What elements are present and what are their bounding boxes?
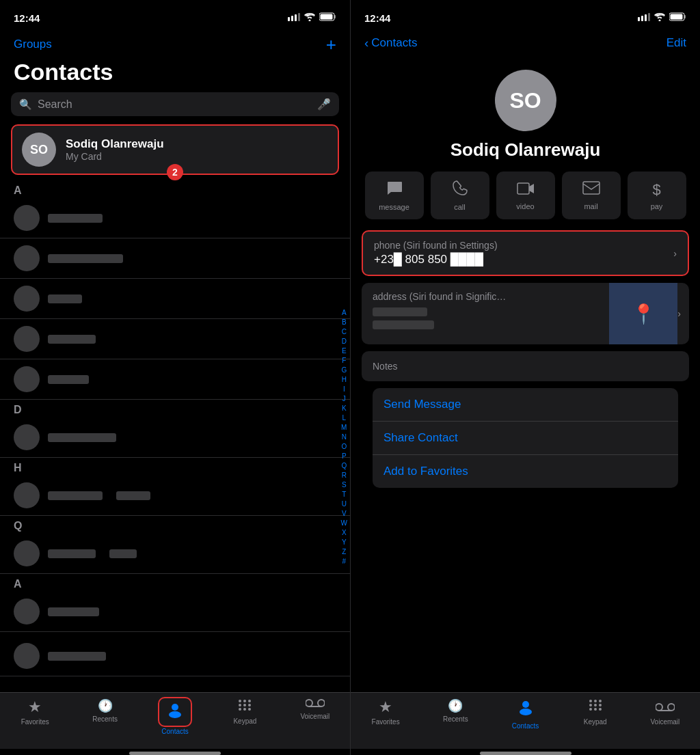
- svg-point-33: [594, 700, 597, 702]
- list-item[interactable]: [0, 534, 350, 574]
- section-letter-a2: A: [0, 574, 350, 592]
- add-to-favorites-link[interactable]: Add to Favorites: [373, 455, 678, 488]
- contacts-icon: [166, 705, 184, 722]
- message-action-button[interactable]: message: [365, 171, 424, 219]
- alpha-u: U: [341, 499, 347, 508]
- tab-label: Favorites: [372, 718, 400, 726]
- chevron-right-icon: ›: [673, 248, 677, 259]
- svg-point-11: [248, 700, 251, 702]
- list-item[interactable]: [0, 636, 350, 676]
- tab-keypad-left[interactable]: Keypad: [210, 698, 280, 725]
- mail-label: mail: [584, 202, 597, 210]
- list-item[interactable]: [0, 592, 350, 632]
- alpha-i: I: [341, 384, 347, 393]
- battery-icon: [319, 12, 336, 23]
- send-message-link[interactable]: Send Message: [373, 388, 678, 422]
- svg-point-35: [589, 704, 592, 706]
- contact-name-blur: [116, 491, 150, 500]
- pay-label: pay: [651, 202, 663, 210]
- tab-favorites-left[interactable]: ★ Favorites: [0, 698, 70, 726]
- search-icon: 🔍: [19, 98, 32, 111]
- mail-action-button[interactable]: mail: [562, 171, 621, 219]
- list-item[interactable]: [0, 238, 350, 279]
- mic-icon[interactable]: 🎤: [317, 98, 331, 111]
- send-message-text: Send Message: [383, 398, 461, 411]
- share-contact-text: Share Contact: [383, 431, 458, 444]
- tab-voicemail-right[interactable]: Voicemail: [630, 698, 700, 726]
- phone-row[interactable]: phone (Siri found in Settings) +23█ 805 …: [363, 232, 688, 275]
- alpha-s: S: [341, 480, 347, 489]
- alpha-t: T: [341, 489, 347, 498]
- alpha-j: J: [341, 394, 347, 402]
- svg-rect-3: [298, 13, 300, 21]
- alpha-o: O: [341, 441, 347, 450]
- list-item[interactable]: [0, 279, 350, 319]
- contacts-tab-highlight: [159, 698, 191, 726]
- contact-name: Sodiq Olanrewaju: [66, 137, 164, 151]
- search-input[interactable]: Search: [38, 98, 312, 111]
- edit-button[interactable]: Edit: [667, 36, 686, 50]
- search-bar[interactable]: 🔍 Search 🎤: [11, 92, 339, 116]
- svg-rect-22: [641, 16, 643, 21]
- detail-section: phone (Siri found in Settings) +23█ 805 …: [362, 230, 689, 488]
- section-letter-h: H: [0, 458, 350, 476]
- svg-rect-5: [334, 15, 336, 18]
- video-action-button[interactable]: video: [496, 171, 555, 219]
- svg-point-39: [594, 708, 597, 711]
- address-card[interactable]: address (Siri found in Signific… 📍 ›: [362, 283, 689, 344]
- tab-recents-right[interactable]: 🕐 Recents: [420, 698, 490, 723]
- avatar: [14, 599, 40, 624]
- tab-recents-left[interactable]: 🕐 Recents: [70, 698, 139, 723]
- svg-point-30: [522, 701, 529, 708]
- tab-contacts-left[interactable]: Contacts: [140, 698, 210, 735]
- contact-name-blur: [48, 491, 103, 500]
- time-left: 12:44: [14, 12, 40, 24]
- svg-point-9: [239, 700, 241, 702]
- contact-name-blur: [48, 335, 96, 344]
- mail-icon: [582, 181, 600, 199]
- time-right: 12:44: [364, 12, 390, 24]
- message-icon: [386, 180, 403, 200]
- contact-name-blur: [48, 375, 89, 384]
- tab-bar-left: ★ Favorites 🕐 Recents Contacts Keypad: [0, 692, 350, 749]
- list-item[interactable]: [0, 359, 350, 400]
- list-item[interactable]: [0, 476, 350, 516]
- tab-contacts-right[interactable]: Contacts: [490, 698, 560, 730]
- avatar: [14, 424, 40, 450]
- avatar: [14, 540, 40, 566]
- svg-rect-29: [583, 182, 600, 194]
- chevron-right-icon: ›: [677, 308, 689, 319]
- my-card-item[interactable]: SO Sodiq Olanrewaju My Card 2: [11, 124, 339, 175]
- tab-favorites-right[interactable]: ★ Favorites: [351, 698, 420, 726]
- call-icon: [453, 180, 468, 200]
- section-letter-d: D: [0, 400, 350, 417]
- list-item[interactable]: [0, 417, 350, 458]
- left-panel: 12:44 Groups + Contacts 🔍 Search 🎤 SO So…: [0, 0, 350, 755]
- tab-keypad-right[interactable]: Keypad: [561, 698, 630, 726]
- add-contact-button[interactable]: +: [326, 36, 336, 53]
- tab-voicemail-left[interactable]: Voicemail: [280, 698, 350, 720]
- alpha-d: D: [341, 336, 347, 345]
- contact-name-blur: [109, 549, 137, 558]
- alpha-v: V: [341, 508, 347, 517]
- svg-point-10: [243, 700, 246, 702]
- svg-point-31: [520, 709, 532, 715]
- share-contact-link[interactable]: Share Contact: [373, 422, 678, 455]
- action-links: Send Message Share Contact Add to Favori…: [373, 388, 678, 488]
- back-button[interactable]: ‹ Contacts: [364, 36, 417, 51]
- svg-point-13: [243, 704, 246, 706]
- alpha-w: W: [341, 518, 347, 527]
- svg-rect-28: [517, 183, 529, 194]
- call-action-button[interactable]: call: [431, 171, 489, 219]
- list-item[interactable]: [0, 198, 350, 238]
- phone-card[interactable]: phone (Siri found in Settings) +23█ 805 …: [362, 230, 689, 276]
- groups-button[interactable]: Groups: [14, 38, 52, 51]
- contact-name-blur: [48, 294, 82, 303]
- alpha-a: A: [341, 307, 347, 316]
- alpha-f: F: [341, 355, 347, 364]
- list-item[interactable]: [0, 319, 350, 359]
- alpha-r: R: [341, 470, 347, 479]
- pay-action-button[interactable]: $ pay: [628, 171, 686, 219]
- keypad-icon: [588, 698, 603, 716]
- add-to-favorites-text: Add to Favorites: [383, 465, 468, 478]
